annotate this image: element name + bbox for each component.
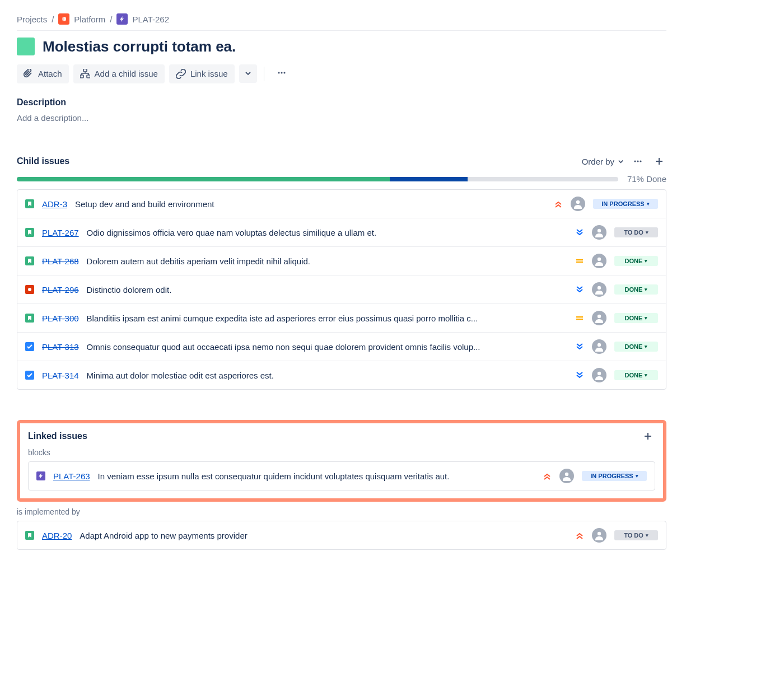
add-child-label: Add a child issue	[95, 69, 158, 78]
bug-icon	[25, 285, 34, 294]
issue-row[interactable]: PLAT-263 In veniam esse ipsum nulla est …	[29, 462, 655, 490]
status-dropdown[interactable]: DONE ▾	[614, 342, 658, 352]
assignee-avatar[interactable]	[592, 528, 606, 543]
issue-row[interactable]: PLAT-300 Blanditiis ipsam est animi cumq…	[17, 303, 666, 332]
title-icon	[17, 38, 35, 55]
issue-key-link[interactable]: PLAT-268	[42, 256, 79, 266]
story-icon	[25, 314, 34, 323]
issue-summary: Blanditiis ipsam est animi cumque expedi…	[87, 314, 567, 323]
add-linked-issue-button[interactable]	[641, 429, 655, 443]
assignee-avatar[interactable]	[592, 339, 606, 354]
assignee-avatar[interactable]	[592, 254, 606, 268]
svg-point-11	[637, 160, 638, 162]
chevron-down-icon	[618, 158, 624, 165]
breadcrumb-project-name[interactable]: Platform	[74, 15, 105, 24]
more-icon	[633, 156, 643, 166]
child-issue-list: ADR-3 Setup dev and and build environmen…	[17, 189, 666, 390]
issue-summary: Odio dignissimos officia vero quae nam v…	[87, 228, 567, 237]
issue-row[interactable]: PLAT-268 Dolorem autem aut debitis aperi…	[17, 246, 666, 275]
status-dropdown[interactable]: TO DO ▾	[614, 227, 658, 237]
issue-row[interactable]: PLAT-267 Odio dignissimos officia vero q…	[17, 218, 666, 246]
svg-point-9	[283, 72, 285, 73]
story-icon	[25, 228, 34, 237]
child-progress-text: 71% Done	[627, 174, 666, 184]
relation-blocks-label: blocks	[28, 448, 655, 457]
status-dropdown[interactable]: IN PROGRESS ▾	[593, 199, 658, 209]
link-issue-button[interactable]: Link issue	[169, 64, 235, 83]
attach-button[interactable]: Attach	[17, 64, 69, 83]
issue-key-link[interactable]: ADR-3	[42, 199, 67, 209]
issue-row[interactable]: ADR-20 Adapt Android app to new payments…	[17, 521, 666, 549]
epic-icon	[36, 471, 45, 480]
breadcrumb-sep: /	[52, 15, 54, 24]
issue-summary: Minima aut dolor molestiae odit est aspe…	[87, 371, 567, 380]
priority-medium-icon	[575, 256, 584, 265]
priority-medium-icon	[575, 314, 584, 323]
chevron-down-icon: ▾	[645, 344, 647, 349]
issue-row[interactable]: ADR-3 Setup dev and and build environmen…	[17, 190, 666, 218]
plus-icon	[643, 432, 652, 441]
breadcrumb-issue-key[interactable]: PLAT-262	[132, 15, 169, 24]
blocks-issue-list: PLAT-263 In veniam esse ipsum nulla est …	[28, 461, 655, 491]
toolbar-more-button[interactable]	[271, 63, 292, 84]
assignee-avatar[interactable]	[592, 311, 606, 325]
issue-summary: Omnis consequatur quod aut occaecati ips…	[87, 342, 567, 352]
status-dropdown[interactable]: DONE ▾	[614, 256, 658, 266]
story-icon	[25, 256, 34, 265]
chevron-down-icon: ▾	[645, 315, 647, 321]
linked-issues-label: Linked issues	[28, 431, 87, 441]
attach-icon	[24, 69, 34, 79]
add-child-issue-button[interactable]: Add a child issue	[73, 64, 165, 83]
plus-icon	[655, 157, 664, 166]
assignee-avatar[interactable]	[592, 282, 606, 297]
add-child-issue-plus-button[interactable]	[652, 154, 666, 169]
status-dropdown[interactable]: IN PROGRESS ▾	[582, 471, 647, 481]
status-dropdown[interactable]: DONE ▾	[614, 313, 658, 323]
issue-key-link[interactable]: PLAT-296	[42, 285, 79, 295]
issue-key-link[interactable]: PLAT-267	[42, 228, 79, 237]
issue-row[interactable]: PLAT-314 Minima aut dolor molestiae odit…	[17, 361, 666, 389]
linked-issues-highlight: Linked issues blocks PLAT-263 In veniam …	[17, 420, 666, 502]
issue-key-link[interactable]: PLAT-263	[53, 471, 90, 481]
order-by-dropdown[interactable]: Order by	[582, 157, 624, 166]
assignee-avatar[interactable]	[592, 225, 606, 240]
attach-label: Attach	[38, 69, 62, 78]
status-dropdown[interactable]: DONE ▾	[614, 370, 658, 380]
epic-icon	[116, 13, 128, 25]
issue-summary: Adapt Android app to new payments provid…	[80, 531, 567, 540]
issue-key-link[interactable]: PLAT-314	[42, 371, 79, 380]
issue-row[interactable]: PLAT-313 Omnis consequatur quod aut occa…	[17, 332, 666, 361]
svg-point-12	[640, 160, 641, 162]
description-input[interactable]: Add a description...	[17, 113, 666, 123]
assignee-avatar[interactable]	[559, 469, 574, 483]
task-icon	[25, 342, 34, 351]
assignee-avatar[interactable]	[571, 197, 585, 211]
chevron-down-icon: ▾	[645, 372, 647, 378]
issue-summary: Setup dev and and build environment	[75, 199, 546, 209]
priority-highest-icon	[575, 531, 584, 540]
priority-lowest-icon	[575, 285, 584, 294]
story-icon	[25, 531, 34, 540]
issue-key-link[interactable]: PLAT-313	[42, 342, 79, 352]
issue-toolbar: Attach Add a child issue Link issue	[17, 63, 666, 97]
issue-summary: Distinctio dolorem odit.	[87, 285, 567, 295]
chevron-down-icon: ▾	[636, 473, 638, 479]
issue-key-link[interactable]: PLAT-300	[42, 314, 79, 323]
svg-point-10	[634, 160, 636, 162]
toolbar-dropdown-button[interactable]	[239, 64, 257, 83]
priority-lowest-icon	[575, 228, 584, 237]
child-issues-more-button[interactable]	[631, 154, 645, 169]
assignee-avatar[interactable]	[592, 368, 606, 382]
tree-icon	[80, 69, 90, 79]
issue-row[interactable]: PLAT-296 Distinctio dolorem odit. DONE ▾	[17, 275, 666, 303]
status-dropdown[interactable]: TO DO ▾	[614, 530, 658, 540]
status-dropdown[interactable]: DONE ▾	[614, 284, 658, 295]
chevron-down-icon: ▾	[647, 201, 650, 207]
breadcrumb-projects[interactable]: Projects	[17, 15, 47, 24]
chevron-down-icon: ▾	[646, 532, 648, 538]
priority-lowest-icon	[575, 371, 584, 380]
issue-key-link[interactable]: ADR-20	[42, 531, 72, 540]
chevron-down-icon: ▾	[646, 230, 648, 235]
issue-title[interactable]: Molestias corrupti totam ea.	[43, 38, 236, 55]
description-label: Description	[17, 97, 666, 108]
